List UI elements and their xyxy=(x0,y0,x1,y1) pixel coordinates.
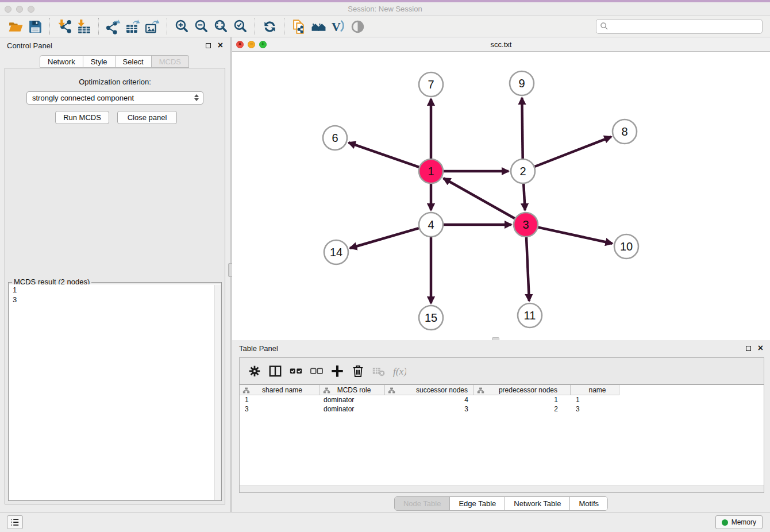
graph-node-label-11: 11 xyxy=(524,309,536,322)
search-field xyxy=(596,19,763,34)
optimization-criterion-select[interactable]: strongly connected component xyxy=(26,91,203,105)
export-image-icon[interactable] xyxy=(143,17,162,36)
search-input[interactable] xyxy=(596,19,763,34)
graph-node-label-10: 10 xyxy=(620,240,633,253)
toolbar-separator xyxy=(98,18,99,35)
table-tabs: Node Table Edge Table Network Table Moti… xyxy=(232,496,770,511)
graph-edge-3-11[interactable] xyxy=(526,237,529,301)
mcds-result-text: 1 3 xyxy=(9,284,221,305)
tab-select[interactable]: Select xyxy=(116,55,152,68)
network-files-icon[interactable] xyxy=(289,17,309,36)
network-window: × – + scc.txt 1234678910111415 xyxy=(232,37,770,340)
mcds-result-view[interactable]: 1 3 xyxy=(9,284,221,500)
cell-name: 3 xyxy=(571,404,619,414)
select-all-columns-icon[interactable] xyxy=(287,362,305,380)
import-table-icon[interactable] xyxy=(74,17,94,36)
import-network-icon[interactable] xyxy=(55,17,74,36)
memory-status-icon xyxy=(722,519,728,526)
table-row[interactable]: 3 dominator 3 2 3 xyxy=(240,404,764,414)
table-toolbar: f(x) xyxy=(240,358,764,384)
refresh-icon[interactable] xyxy=(260,17,279,36)
search-icon xyxy=(600,22,609,30)
select-stepper-icon xyxy=(194,94,199,101)
network-canvas[interactable]: 1234678910111415 xyxy=(232,52,770,340)
tab-motifs[interactable]: Motifs xyxy=(569,497,607,510)
zoom-selected-icon[interactable] xyxy=(230,17,250,36)
graph-node-label-15: 15 xyxy=(425,311,437,324)
zoom-fit-icon[interactable] xyxy=(211,17,230,36)
table-header-row: shared name MCDS role successor nodes pr… xyxy=(240,384,764,395)
result-scrollbar[interactable] xyxy=(214,285,221,500)
float-panel-icon[interactable] xyxy=(206,43,211,48)
graph-node-label-7: 7 xyxy=(428,78,434,91)
home-layout-icon[interactable] xyxy=(309,17,328,36)
graph-edge-1-6[interactable] xyxy=(349,142,419,167)
float-table-panel-icon[interactable] xyxy=(746,346,751,351)
cell-name: 1 xyxy=(571,395,619,404)
graph-edge-2-3[interactable] xyxy=(523,184,525,210)
toolbar-separator xyxy=(284,18,284,35)
tab-node-table[interactable]: Node Table xyxy=(395,497,450,510)
graph-edge-3-10[interactable] xyxy=(538,228,612,244)
list-icon xyxy=(10,517,20,527)
unselect-all-columns-icon[interactable] xyxy=(307,362,326,380)
show-hide-icon[interactable] xyxy=(348,17,367,36)
cell-mcds-role: dominator xyxy=(320,404,385,414)
save-session-icon[interactable] xyxy=(25,17,45,36)
graph-edge-2-9[interactable] xyxy=(522,98,522,159)
export-table-icon[interactable] xyxy=(123,17,143,36)
graph-node-label-14: 14 xyxy=(330,246,342,259)
table-columns-icon[interactable] xyxy=(266,362,284,380)
tab-edge-table[interactable]: Edge Table xyxy=(449,497,505,510)
tab-network[interactable]: Network xyxy=(40,55,83,68)
node-table-container: f(x) shared name MCDS role successor nod… xyxy=(239,357,764,493)
zoom-in-icon[interactable] xyxy=(172,17,191,36)
cell-successor-nodes: 3 xyxy=(385,404,474,414)
toolbar-separator xyxy=(49,18,50,35)
table-settings-icon[interactable] xyxy=(245,362,264,380)
zoom-out-icon[interactable] xyxy=(191,17,211,36)
column-header-shared-name[interactable]: shared name xyxy=(240,385,320,395)
column-header-successor-nodes[interactable]: successor nodes xyxy=(385,385,474,395)
tree-icon xyxy=(388,387,395,394)
open-session-icon[interactable] xyxy=(6,17,25,36)
control-panel-title: Control Panel xyxy=(7,41,52,50)
cell-mcds-role: dominator xyxy=(320,395,385,404)
column-header-predecessor-nodes[interactable]: predecessor nodes xyxy=(474,385,571,395)
graph-node-label-6: 6 xyxy=(332,132,338,144)
table-panel-title: Table Panel xyxy=(239,344,278,353)
close-panel-button[interactable]: Close panel xyxy=(117,111,177,124)
export-network-icon[interactable] xyxy=(103,17,123,36)
close-panel-icon[interactable]: × xyxy=(218,41,223,50)
run-mcds-button[interactable]: Run MCDS xyxy=(55,111,109,124)
tab-mcds[interactable]: MCDS xyxy=(152,55,189,68)
control-panel-tabs: Network Style Select MCDS xyxy=(40,55,189,68)
apply-style-icon[interactable]: V xyxy=(328,17,348,36)
memory-label: Memory xyxy=(732,518,756,526)
add-column-icon[interactable] xyxy=(328,362,346,380)
tab-style[interactable]: Style xyxy=(83,55,116,68)
optimization-criterion-label: Optimization criterion: xyxy=(5,78,225,86)
cell-predecessor-nodes: 2 xyxy=(474,404,571,414)
delete-column-icon[interactable] xyxy=(349,362,367,380)
graph-edge-3-1[interactable] xyxy=(444,178,515,218)
optimization-criterion-value: strongly connected component xyxy=(32,94,134,102)
column-header-mcds-role[interactable]: MCDS role xyxy=(320,385,385,395)
close-table-panel-icon[interactable]: × xyxy=(758,344,763,353)
graph-edge-2-8[interactable] xyxy=(534,137,611,167)
column-header-name[interactable]: name xyxy=(571,385,619,395)
toolbar-separator xyxy=(167,18,167,35)
tree-icon xyxy=(477,387,484,394)
cell-shared-name: 1 xyxy=(240,395,320,404)
graph-node-label-9: 9 xyxy=(518,77,525,90)
table-panel: Table Panel × f(x) shared name MCDS role xyxy=(232,340,770,512)
task-history-button[interactable] xyxy=(7,515,23,529)
tab-network-table[interactable]: Network Table xyxy=(505,497,569,510)
table-horizontal-scrollbar[interactable] xyxy=(240,485,764,492)
table-row[interactable]: 1 dominator 4 1 1 xyxy=(240,395,764,404)
network-window-titlebar[interactable]: × – + scc.txt xyxy=(232,37,770,52)
memory-button[interactable]: Memory xyxy=(715,515,763,529)
graph-edge-4-14[interactable] xyxy=(350,228,419,248)
graph-node-label-3: 3 xyxy=(522,218,529,231)
titlebar: Session: New Session xyxy=(0,2,770,16)
